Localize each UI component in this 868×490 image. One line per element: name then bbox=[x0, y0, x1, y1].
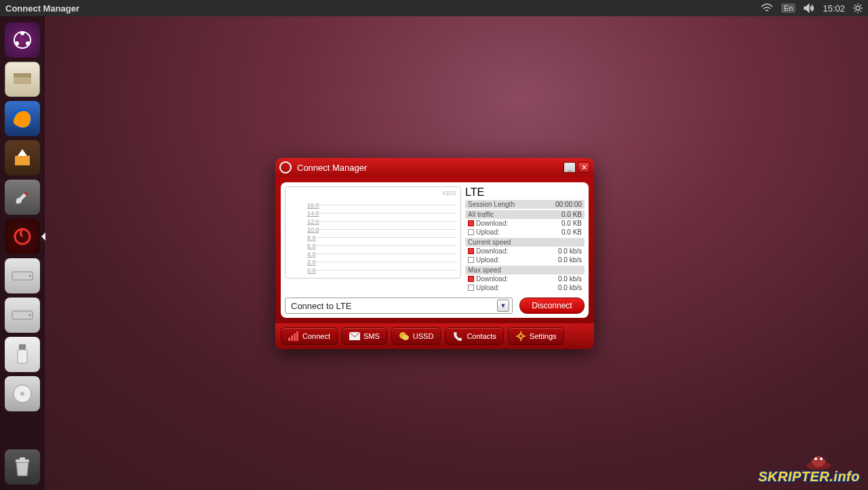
svg-line-6 bbox=[861, 11, 862, 12]
all-traffic-value: 0.0 KB bbox=[561, 211, 582, 218]
bottom-toolbar: Connect SMS USSD Contacts Settings bbox=[275, 323, 594, 349]
connection-select-value: Connect to LTE bbox=[291, 301, 497, 311]
svg-point-34 bbox=[402, 335, 409, 340]
download-checkbox[interactable] bbox=[468, 220, 474, 226]
svg-point-19 bbox=[29, 275, 31, 277]
svg-line-5 bbox=[854, 5, 856, 6]
launcher-settings-icon[interactable] bbox=[5, 180, 40, 215]
network-indicator-icon[interactable] bbox=[761, 3, 773, 13]
chevron-down-icon: ▼ bbox=[497, 300, 509, 312]
launcher-drive-1-icon[interactable] bbox=[5, 258, 40, 293]
launcher-software-center-icon[interactable] bbox=[5, 140, 40, 176]
svg-rect-27 bbox=[20, 457, 25, 460]
cur-download-value: 0.0 kb/s bbox=[558, 247, 582, 255]
app-logo-icon bbox=[279, 161, 292, 173]
gear-icon bbox=[515, 331, 526, 341]
tab-ussd[interactable]: USSD bbox=[391, 327, 441, 345]
launcher-firefox-icon[interactable] bbox=[5, 101, 40, 136]
max-download-value: 0.0 kb/s bbox=[558, 275, 582, 283]
svg-rect-28 bbox=[288, 338, 290, 341]
svg-line-8 bbox=[861, 5, 862, 6]
svg-point-21 bbox=[29, 314, 31, 317]
tab-settings[interactable]: Settings bbox=[508, 327, 564, 345]
svg-rect-30 bbox=[294, 333, 296, 341]
signal-bars-icon bbox=[288, 331, 299, 341]
coins-icon bbox=[399, 331, 410, 341]
svg-rect-14 bbox=[14, 73, 31, 77]
session-length-value: 00:00:00 bbox=[555, 201, 582, 208]
svg-point-12 bbox=[26, 41, 30, 45]
launcher-files-icon[interactable] bbox=[5, 62, 40, 97]
session-length-label: Session Length bbox=[468, 201, 555, 208]
top-panel: Connect Manager En 15:02 bbox=[0, 0, 868, 16]
chart-unit: KB/S bbox=[442, 190, 456, 197]
tab-sms[interactable]: SMS bbox=[342, 327, 387, 345]
connect-manager-window: Connect Manager _ ✕ KB/S 16.0 14.0 12.0 … bbox=[275, 158, 594, 349]
launcher-dash-icon[interactable] bbox=[5, 22, 40, 58]
launcher bbox=[0, 16, 45, 490]
svg-point-11 bbox=[15, 41, 19, 45]
window-titlebar[interactable]: Connect Manager _ ✕ bbox=[275, 158, 594, 177]
svg-point-25 bbox=[20, 392, 24, 396]
traffic-upload-value: 0.0 KB bbox=[561, 228, 582, 236]
max-speed-header: Max speed bbox=[468, 266, 582, 274]
keyboard-layout-indicator[interactable]: En bbox=[781, 3, 795, 13]
traffic-download-value: 0.0 KB bbox=[561, 220, 582, 227]
svg-rect-22 bbox=[19, 344, 26, 350]
window-title: Connect Manager bbox=[297, 163, 367, 173]
max-upload-checkbox[interactable] bbox=[468, 285, 474, 291]
phone-icon bbox=[452, 331, 463, 341]
svg-point-17 bbox=[15, 229, 30, 244]
minimize-button[interactable]: _ bbox=[564, 162, 576, 173]
close-button[interactable]: ✕ bbox=[578, 162, 590, 173]
mascot-icon bbox=[803, 448, 834, 471]
cur-download-checkbox[interactable] bbox=[468, 248, 474, 254]
svg-rect-23 bbox=[18, 350, 27, 363]
svg-point-10 bbox=[20, 31, 24, 35]
throughput-chart: KB/S 16.0 14.0 12.0 10.0 8.0 6.0 4.0 2.0… bbox=[285, 186, 461, 279]
upload-checkbox[interactable] bbox=[468, 229, 474, 235]
svg-rect-29 bbox=[291, 335, 293, 341]
launcher-usb-drive-icon[interactable] bbox=[5, 337, 40, 372]
envelope-icon bbox=[349, 331, 360, 341]
stats-panel: Session Length 00:00:00 All traffic 0.0 … bbox=[465, 200, 585, 292]
current-speed-header: Current speed bbox=[468, 239, 582, 246]
sound-indicator-icon[interactable] bbox=[804, 3, 814, 13]
tab-contacts[interactable]: Contacts bbox=[445, 327, 503, 345]
max-download-checkbox[interactable] bbox=[468, 276, 474, 282]
clock[interactable]: 15:02 bbox=[823, 3, 845, 14]
svg-point-0 bbox=[856, 6, 860, 10]
cur-upload-checkbox[interactable] bbox=[468, 257, 474, 263]
panel-active-app-title: Connect Manager bbox=[5, 3, 79, 14]
disconnect-button[interactable]: Disconnect bbox=[519, 298, 585, 314]
svg-point-41 bbox=[814, 457, 817, 460]
svg-point-42 bbox=[820, 457, 823, 460]
launcher-optical-drive-icon[interactable] bbox=[5, 376, 40, 411]
svg-point-35 bbox=[519, 334, 523, 338]
launcher-trash-icon[interactable] bbox=[5, 449, 40, 485]
launcher-drive-2-icon[interactable] bbox=[5, 298, 40, 333]
svg-rect-26 bbox=[16, 460, 29, 462]
svg-line-7 bbox=[854, 11, 856, 12]
connection-select[interactable]: Connect to LTE ▼ bbox=[285, 298, 513, 314]
tab-connect[interactable]: Connect bbox=[281, 327, 338, 345]
svg-rect-31 bbox=[296, 331, 298, 341]
svg-point-16 bbox=[16, 198, 22, 203]
system-menu-icon[interactable] bbox=[853, 3, 863, 13]
cur-upload-value: 0.0 kb/s bbox=[558, 256, 582, 264]
watermark-text: SKRIPTER.info bbox=[758, 469, 860, 485]
all-traffic-label: All traffic bbox=[468, 211, 561, 218]
network-mode-badge: LTE bbox=[465, 186, 484, 198]
launcher-connect-manager-icon[interactable] bbox=[5, 219, 40, 254]
max-upload-value: 0.0 kb/s bbox=[558, 284, 582, 291]
